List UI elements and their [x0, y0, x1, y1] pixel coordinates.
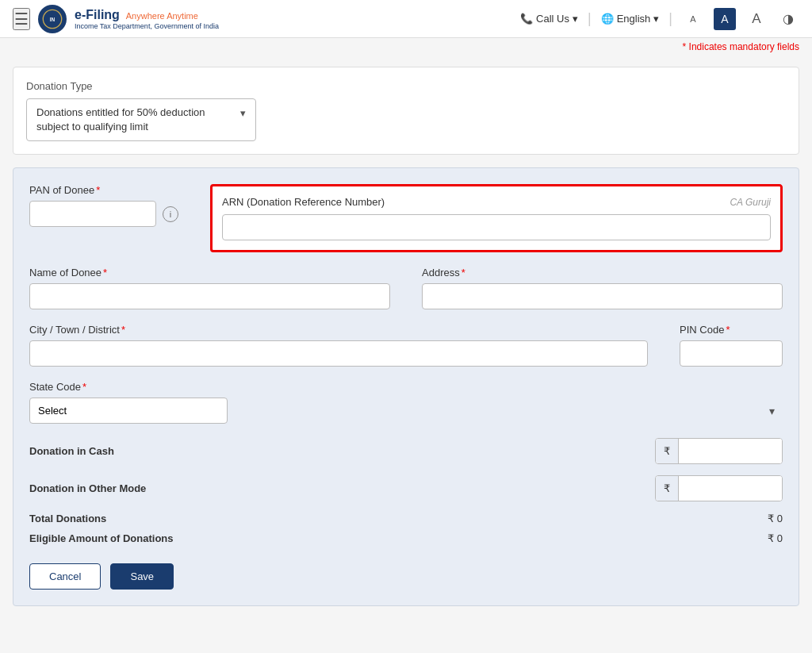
- city-group: City / Town / District*: [29, 324, 648, 367]
- arn-input[interactable]: [222, 214, 771, 240]
- language-chevron: ▾: [653, 13, 659, 25]
- arn-watermark: CA Guruji: [730, 197, 771, 208]
- arn-label: ARN (Donation Reference Number): [222, 196, 385, 208]
- logo-efiling-text: e-Filing Anywhere Anytime: [75, 7, 219, 22]
- pin-input[interactable]: [680, 340, 783, 367]
- state-select-wrapper: Select: [29, 398, 783, 424]
- header: ☰ IN e-Filing Anywhere Anytime Income Ta…: [0, 0, 812, 38]
- name-input[interactable]: [29, 283, 390, 309]
- row-total-donations: Total Donations ₹ 0: [29, 513, 783, 524]
- total-label: Total Donations: [29, 513, 106, 524]
- address-input[interactable]: [422, 283, 783, 309]
- call-us-button[interactable]: 📞 Call Us ▾: [520, 13, 578, 25]
- pan-input[interactable]: [29, 201, 156, 227]
- pin-group: PIN Code*: [680, 324, 783, 367]
- name-label: Name of Donee*: [29, 267, 390, 278]
- donation-cash-label: Donation in Cash: [29, 445, 114, 457]
- header-right: 📞 Call Us ▾ | 🌐 English ▾ | A A A ◑: [520, 8, 799, 30]
- form-area: PAN of Donee* i ARN (Donation Reference …: [13, 167, 799, 606]
- logo-text: e-Filing Anywhere Anytime Income Tax Dep…: [75, 7, 219, 31]
- header-divider-2: |: [668, 10, 672, 27]
- call-us-chevron: ▾: [573, 13, 578, 25]
- total-value: ₹ 0: [768, 513, 783, 524]
- mandatory-note: * Indicates mandatory fields: [0, 38, 812, 54]
- row-eligible: Eligible Amount of Donations ₹ 0: [29, 532, 783, 544]
- globe-icon: 🌐: [601, 13, 614, 25]
- donation-other-label: Donation in Other Mode: [29, 482, 146, 494]
- arn-header: ARN (Donation Reference Number) CA Guruj…: [222, 196, 771, 208]
- pan-info-icon[interactable]: i: [163, 206, 178, 222]
- name-group: Name of Donee*: [29, 267, 390, 309]
- state-group: State Code* Select: [29, 381, 783, 424]
- contrast-button[interactable]: ◑: [777, 8, 799, 30]
- save-button[interactable]: Save: [110, 563, 174, 590]
- hamburger-menu[interactable]: ☰: [13, 8, 30, 30]
- row-donation-cash: Donation in Cash ₹: [29, 438, 783, 464]
- donation-type-value: Donations entitled for 50% deduction sub…: [36, 106, 234, 134]
- logo-subtitle: Income Tax Department, Government of Ind…: [75, 22, 219, 31]
- state-select[interactable]: Select: [29, 398, 228, 424]
- row-donation-other: Donation in Other Mode ₹: [29, 475, 783, 501]
- phone-icon: 📞: [520, 13, 533, 25]
- row-name-address: Name of Donee* Address*: [29, 267, 783, 309]
- other-currency-symbol: ₹: [656, 476, 679, 501]
- city-label: City / Town / District*: [29, 324, 648, 336]
- city-input[interactable]: [29, 340, 648, 367]
- header-divider-1: |: [588, 10, 592, 27]
- arn-container: ARN (Donation Reference Number) CA Guruj…: [210, 184, 783, 252]
- header-left: ☰ IN e-Filing Anywhere Anytime Income Ta…: [13, 5, 219, 33]
- row-city-pin: City / Town / District* PIN Code*: [29, 324, 783, 367]
- eligible-label: Eligible Amount of Donations: [29, 532, 174, 544]
- action-row: Cancel Save: [29, 563, 783, 590]
- row-pan-arn: PAN of Donee* i ARN (Donation Reference …: [29, 184, 783, 252]
- row-state: State Code* Select: [29, 381, 783, 424]
- pin-label: PIN Code*: [680, 324, 783, 336]
- pan-label: PAN of Donee*: [29, 184, 178, 196]
- donation-type-select[interactable]: Donations entitled for 50% deduction sub…: [26, 98, 256, 141]
- font-medium-button[interactable]: A: [714, 8, 736, 30]
- font-large-button[interactable]: A: [745, 8, 768, 30]
- donation-cash-wrapper: ₹: [655, 438, 783, 464]
- donation-other-input[interactable]: [679, 476, 782, 501]
- font-small-button[interactable]: A: [682, 8, 704, 30]
- cancel-button[interactable]: Cancel: [29, 563, 101, 590]
- donation-type-label: Donation Type: [26, 80, 786, 92]
- language-button[interactable]: 🌐 English ▾: [601, 13, 660, 25]
- cash-currency-symbol: ₹: [656, 439, 679, 463]
- state-label: State Code*: [29, 381, 783, 393]
- eligible-value: ₹ 0: [768, 532, 783, 544]
- main-content: Donation Type Donations entitled for 50%…: [0, 54, 812, 619]
- donation-type-arrow: ▾: [240, 107, 246, 119]
- donation-type-section: Donation Type Donations entitled for 50%…: [13, 67, 799, 155]
- svg-text:IN: IN: [50, 16, 56, 21]
- address-label: Address*: [422, 267, 783, 278]
- address-group: Address*: [422, 267, 783, 309]
- logo-emblem: IN: [38, 5, 67, 33]
- pan-row: i: [29, 201, 178, 227]
- donation-other-wrapper: ₹: [655, 475, 783, 501]
- donation-cash-input[interactable]: [679, 439, 782, 463]
- pan-group: PAN of Donee* i: [29, 184, 178, 252]
